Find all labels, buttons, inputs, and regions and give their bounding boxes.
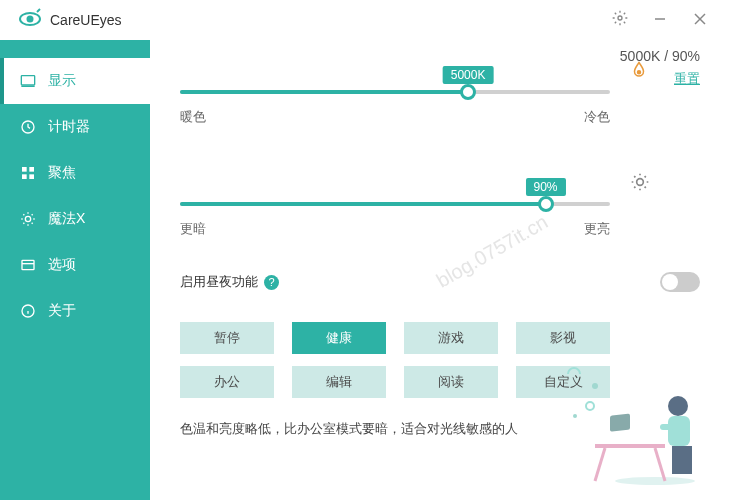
- mode-office[interactable]: 办公: [180, 366, 274, 398]
- bright-label-light: 更亮: [584, 220, 610, 238]
- daynight-row: 启用昼夜功能 ?: [180, 272, 700, 292]
- sidebar-item-label: 聚焦: [48, 164, 76, 182]
- svg-rect-10: [29, 167, 34, 172]
- sidebar: 显示 计时器 聚焦 魔法X 选项 关于: [0, 40, 150, 500]
- slider-thumb[interactable]: [538, 196, 554, 212]
- sidebar-item-magicx[interactable]: 魔法X: [0, 196, 150, 242]
- svg-line-24: [655, 448, 665, 481]
- settings-button[interactable]: [600, 6, 640, 34]
- sidebar-item-options[interactable]: 选项: [0, 242, 150, 288]
- minimize-button[interactable]: [640, 6, 680, 34]
- sidebar-item-label: 魔法X: [48, 210, 85, 228]
- svg-line-23: [595, 448, 605, 481]
- sidebar-item-timer[interactable]: 计时器: [0, 104, 150, 150]
- svg-rect-9: [22, 167, 27, 172]
- titlebar: CareUEyes: [0, 0, 730, 40]
- sidebar-item-label: 选项: [48, 256, 76, 274]
- slider-thumb[interactable]: [460, 84, 476, 100]
- daynight-toggle[interactable]: [660, 272, 700, 292]
- svg-point-32: [573, 414, 577, 418]
- temp-label-warm: 暖色: [180, 108, 206, 126]
- help-icon[interactable]: ?: [264, 275, 279, 290]
- app-title: CareUEyes: [50, 12, 122, 28]
- eye-icon: [18, 7, 42, 34]
- bright-label-dark: 更暗: [180, 220, 206, 238]
- svg-rect-30: [682, 446, 692, 474]
- slider-bubble: 5000K: [443, 66, 494, 84]
- svg-rect-28: [660, 424, 674, 430]
- svg-rect-6: [21, 76, 34, 85]
- svg-rect-27: [668, 416, 690, 446]
- close-button[interactable]: [680, 6, 720, 34]
- app-logo: CareUEyes: [18, 7, 122, 34]
- monitor-icon: [20, 73, 36, 89]
- slider-bubble: 90%: [525, 178, 565, 196]
- svg-point-13: [25, 216, 30, 221]
- temperature-slider[interactable]: 5000K: [180, 90, 610, 94]
- sidebar-item-label: 关于: [48, 302, 76, 320]
- svg-point-20: [637, 179, 644, 186]
- svg-point-19: [638, 71, 641, 74]
- svg-rect-12: [29, 174, 34, 179]
- sidebar-item-display[interactable]: 显示: [0, 58, 150, 104]
- mode-health[interactable]: 健康: [292, 322, 386, 354]
- brightness-slider[interactable]: 90%: [180, 202, 610, 206]
- sidebar-item-label: 计时器: [48, 118, 90, 136]
- svg-point-2: [618, 16, 622, 20]
- options-icon: [20, 257, 36, 273]
- mode-movie[interactable]: 影视: [516, 322, 610, 354]
- svg-rect-25: [610, 414, 630, 432]
- temp-label-cool: 冷色: [584, 108, 610, 126]
- main-panel: 5000K / 90% 重置 5000K 暖色 冷色 90% 更暗: [150, 40, 730, 500]
- info-icon: [20, 303, 36, 319]
- svg-rect-29: [672, 446, 682, 474]
- mode-read[interactable]: 阅读: [404, 366, 498, 398]
- illustration: [560, 366, 710, 490]
- svg-rect-22: [595, 444, 665, 448]
- svg-point-1: [27, 15, 34, 22]
- sidebar-item-focus[interactable]: 聚焦: [0, 150, 150, 196]
- clock-icon: [20, 119, 36, 135]
- svg-point-33: [586, 402, 594, 410]
- minimize-icon: [654, 11, 666, 29]
- brightness-icon: [20, 211, 36, 227]
- grid-icon: [20, 165, 36, 181]
- sun-icon: [630, 172, 650, 196]
- sidebar-item-about[interactable]: 关于: [0, 288, 150, 334]
- svg-point-31: [592, 383, 598, 389]
- mode-game[interactable]: 游戏: [404, 322, 498, 354]
- svg-point-21: [615, 477, 695, 485]
- gear-icon: [612, 10, 628, 30]
- status-text: 5000K / 90%: [620, 48, 700, 64]
- sidebar-item-label: 显示: [48, 72, 76, 90]
- svg-point-26: [668, 396, 688, 416]
- svg-rect-14: [22, 260, 34, 269]
- reset-link[interactable]: 重置: [674, 70, 700, 88]
- daynight-label: 启用昼夜功能: [180, 273, 258, 291]
- mode-pause[interactable]: 暂停: [180, 322, 274, 354]
- svg-rect-11: [22, 174, 27, 179]
- mode-edit[interactable]: 编辑: [292, 366, 386, 398]
- close-icon: [694, 11, 706, 29]
